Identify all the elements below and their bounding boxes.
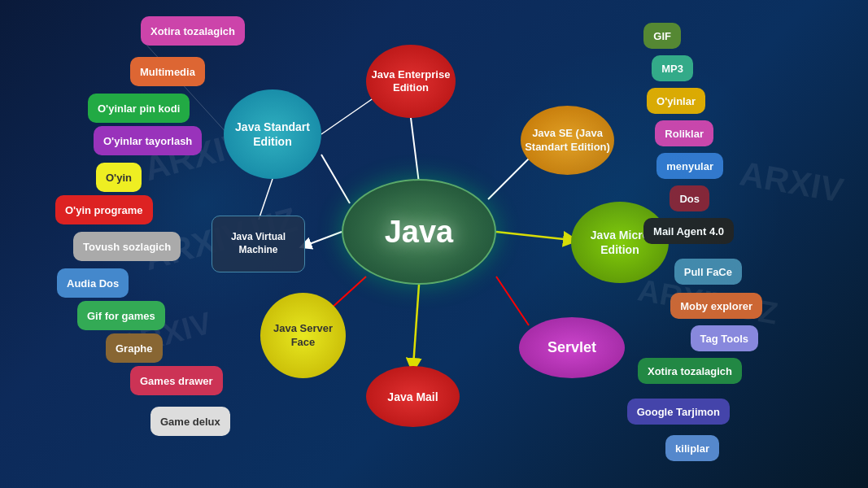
- right-node-0[interactable]: GIF: [643, 23, 681, 49]
- left-node-9[interactable]: Graphe: [106, 333, 163, 363]
- java-mail-node[interactable]: Java Mail: [366, 366, 460, 427]
- right-node-1[interactable]: MP3: [652, 55, 693, 81]
- left-node-10[interactable]: Games drawer: [130, 366, 223, 395]
- right-node-12[interactable]: kiliplar: [665, 435, 719, 461]
- svg-line-7: [488, 159, 529, 199]
- svg-line-5: [496, 277, 529, 325]
- right-node-3[interactable]: Roliklar: [655, 120, 713, 146]
- java-server-face-node[interactable]: Java Server Face: [260, 293, 346, 378]
- right-node-6[interactable]: Mail Agent 4.0: [643, 218, 734, 244]
- svg-line-9: [259, 179, 273, 220]
- svg-line-1: [321, 155, 350, 203]
- left-node-8[interactable]: Gif for games: [77, 301, 165, 330]
- svg-line-4: [413, 285, 419, 366]
- left-node-2[interactable]: O'yinlar pin kodi: [88, 94, 190, 123]
- right-node-11[interactable]: Google Tarjimon: [627, 399, 730, 425]
- java-virtual-machine-node[interactable]: Java Virtual Machine: [212, 216, 305, 272]
- left-node-6[interactable]: Tovush sozlagich: [73, 232, 181, 261]
- right-node-7[interactable]: Pull FaCe: [674, 259, 742, 285]
- servlet-node[interactable]: Servlet: [519, 317, 625, 378]
- left-node-3[interactable]: O'yinlar tayorlash: [94, 126, 202, 155]
- java-center-node[interactable]: Java: [342, 179, 496, 285]
- java-enterprise-node[interactable]: Java Enterprise Edition: [366, 45, 456, 118]
- svg-line-6: [496, 232, 571, 240]
- svg-line-8: [321, 98, 374, 134]
- right-node-5[interactable]: Dos: [670, 185, 709, 211]
- svg-line-2: [305, 232, 342, 246]
- right-node-10[interactable]: Xotira tozalagich: [638, 358, 742, 384]
- svg-line-0: [411, 118, 419, 183]
- right-node-2[interactable]: O'yinlar: [647, 88, 705, 114]
- right-node-8[interactable]: Moby explorer: [670, 293, 762, 319]
- left-node-7[interactable]: Audia Dos: [57, 268, 129, 298]
- left-node-5[interactable]: O'yin programe: [55, 195, 153, 224]
- java-se-node[interactable]: Java SE (Java Standart Edition): [521, 106, 614, 175]
- left-node-4[interactable]: O'yin: [96, 163, 142, 192]
- left-node-1[interactable]: Multimedia: [130, 57, 205, 86]
- left-node-0[interactable]: Xotira tozalagich: [141, 16, 245, 46]
- right-node-9[interactable]: Tag Tools: [691, 325, 758, 351]
- right-node-4[interactable]: menyular: [656, 153, 723, 179]
- left-node-11[interactable]: Game delux: [150, 407, 230, 436]
- watermark-4: ARXIV: [736, 154, 846, 211]
- java-standart-node[interactable]: Java Standart Edition: [224, 89, 321, 179]
